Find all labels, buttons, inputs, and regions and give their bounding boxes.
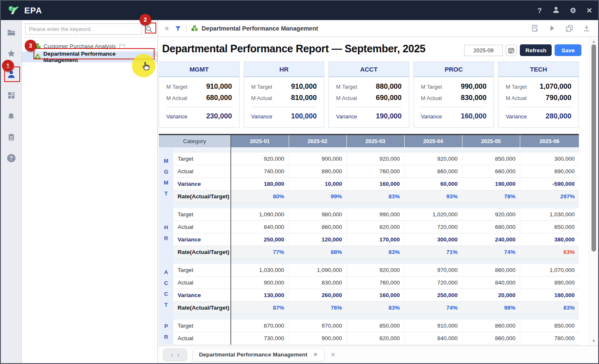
tree-item-customer-purchase-analysis[interactable]: Customer Purchase Analysis	[22, 41, 157, 51]
group-label-HR: HR	[159, 208, 173, 259]
table-row: Variance250,000120,000170,000300,000240,…	[159, 233, 579, 246]
clipboard-icon[interactable]	[7, 133, 16, 142]
cell-PROC-actual-2025-04: 840,000	[404, 332, 462, 345]
page-title: Departmental Performance Report — Septem…	[162, 43, 426, 55]
save-all-icon[interactable]	[565, 24, 573, 33]
cell-MGMT-actual-2025-03: 760,000	[346, 165, 404, 178]
table-spacer-row	[159, 314, 579, 320]
m-actual-value: 810,000	[291, 94, 317, 102]
tab-close-icon[interactable]: ✕	[313, 351, 318, 358]
group-label-PROC: PR	[159, 320, 173, 345]
memo-icon[interactable]	[119, 44, 125, 49]
cell-PROC-actual-2025-05: 860,000	[462, 332, 520, 345]
analysis-model-icon	[34, 43, 41, 49]
settings-icon[interactable]: ⚙	[570, 7, 576, 14]
cell-ACCT-rate-2025-05: 98%	[462, 302, 520, 314]
cell-ACCT-rate-2025-06: 83%	[520, 302, 579, 314]
scrollbar-thumb[interactable]	[591, 44, 596, 251]
search-row	[22, 20, 157, 38]
m-target-label: M Target	[336, 84, 357, 90]
user-icon[interactable]	[552, 6, 560, 15]
filter-icon[interactable]	[175, 25, 181, 32]
save-button[interactable]: Save	[555, 44, 581, 56]
user-menu-icon[interactable]	[7, 70, 16, 79]
scroll-down-icon[interactable]: ▼	[589, 339, 598, 343]
cell-HR-variance-2025-05: 240,000	[462, 233, 520, 246]
variance-value: 160,000	[461, 112, 486, 120]
table-row: Rate(Actual/Target)80%99%83%93%78%297%	[159, 190, 579, 203]
cell-ACCT-actual-2025-05: 840,000	[462, 277, 520, 289]
table-row: Actual900,000830,000760,000720,000840,00…	[159, 277, 579, 289]
month-header-2025-02: 2025-02	[289, 135, 346, 147]
report-document-icon[interactable]	[531, 24, 539, 32]
cell-ACCT-variance-2025-04: 250,000	[404, 289, 462, 302]
row-label-MGMT-actual: Actual	[173, 165, 231, 178]
table-row: HRTarget1,090,000980,000990,0001,020,000…	[159, 208, 579, 221]
dashboard-grid-icon[interactable]	[7, 91, 16, 100]
row-label-PROC-actual: Actual	[173, 332, 231, 345]
cell-ACCT-variance-2025-06: 180,000	[520, 289, 579, 302]
cell-ACCT-variance-2025-05: 20,000	[462, 289, 520, 302]
cell-ACCT-actual-2025-03: 760,000	[346, 277, 404, 289]
close-icon[interactable]: ✕	[586, 7, 592, 14]
m-target-value: 990,000	[461, 82, 486, 91]
tree-item-label: Departmental Performance Management	[44, 51, 149, 63]
cell-HR-variance-2025-06: 380,000	[520, 233, 579, 246]
card-divider	[506, 107, 571, 107]
favorite-star-icon[interactable]: ★	[164, 24, 170, 32]
vertical-scrollbar[interactable]: ▲ ▼	[589, 37, 598, 346]
card-divider	[166, 107, 232, 107]
row-label-ACCT-actual: Actual	[173, 277, 231, 289]
m-target-value: 880,000	[376, 82, 401, 91]
folder-icon[interactable]	[7, 28, 16, 37]
cell-HR-actual-2025-05: 680,000	[462, 221, 520, 233]
m-actual-label: M Actual	[506, 95, 527, 101]
app-name: EPA	[24, 6, 42, 15]
cell-ACCT-variance-2025-02: 260,000	[289, 289, 346, 302]
cell-HR-actual-2025-06: 650,000	[520, 221, 579, 233]
cell-HR-rate-2025-01: 77%	[231, 246, 289, 259]
month-header-2025-06: 2025-06	[520, 135, 579, 147]
card-divider	[421, 107, 487, 107]
period-input[interactable]	[464, 45, 503, 56]
cell-HR-variance-2025-01: 250,000	[231, 233, 289, 246]
download-icon[interactable]	[583, 24, 591, 32]
tab-next-icon[interactable]: ›	[177, 351, 179, 358]
calendar-button[interactable]	[506, 45, 517, 56]
cell-ACCT-target-2025-03: 920,000	[346, 264, 404, 277]
run-icon[interactable]	[548, 24, 556, 32]
svg-text:A: A	[194, 27, 196, 31]
star-icon[interactable]	[7, 49, 16, 58]
variance-label: Variance	[421, 113, 442, 120]
cell-PROC-actual-2025-01: 730,000	[231, 332, 289, 345]
row-label-MGMT-target: Target	[173, 153, 231, 165]
scroll-up-icon[interactable]: ▲	[589, 39, 598, 44]
close-all-tabs-icon[interactable]: ✕	[330, 351, 336, 359]
table-row: Rate(Actual/Target)87%76%83%74%98%83%	[159, 302, 579, 314]
cell-ACCT-actual-2025-04: 720,000	[404, 277, 462, 289]
refresh-button[interactable]: Refresh	[520, 44, 552, 56]
m-target-value: 910,000	[291, 82, 317, 91]
search-input[interactable]	[25, 23, 142, 35]
help-menu-icon[interactable]: ?	[7, 154, 16, 163]
bell-icon[interactable]	[7, 112, 16, 121]
help-icon[interactable]: ?	[537, 7, 542, 14]
tab-prev-icon[interactable]: ‹	[171, 351, 173, 358]
cell-PROC-target-2025-06: 850,000	[520, 320, 579, 332]
table-spacer-row	[159, 259, 579, 264]
variance-value: 190,000	[376, 112, 401, 120]
cell-PROC-target-2025-03: 850,000	[346, 320, 404, 332]
search-button[interactable]	[144, 24, 154, 34]
variance-value: 230,000	[206, 112, 232, 120]
cell-MGMT-target-2025-04: 920,000	[404, 153, 462, 165]
table-body: MGMTTarget920,000900,000920,000920,00085…	[159, 147, 579, 345]
cell-MGMT-variance-2025-03: 160,000	[346, 178, 404, 190]
report-tree: Customer Purchase Analysis A Departmenta…	[22, 38, 157, 62]
dept-card-title: ACCT	[329, 62, 409, 77]
tree-item-departmental-performance-management[interactable]: A Departmental Performance Management	[22, 51, 157, 62]
memo-icon[interactable]	[152, 55, 157, 59]
tab-departmental-performance-management[interactable]: Departmental Performance Management ✕	[192, 348, 325, 361]
m-target-label: M Target	[506, 84, 527, 90]
cell-HR-target-2025-02: 980,000	[289, 208, 346, 221]
analysis-model-icon: A	[191, 25, 198, 32]
